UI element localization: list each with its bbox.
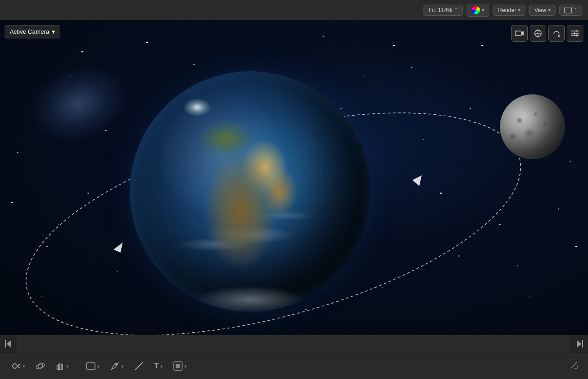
earth-sphere bbox=[130, 71, 371, 312]
svg-point-12 bbox=[440, 193, 442, 193]
svg-point-16 bbox=[117, 271, 118, 272]
timeline-track[interactable] bbox=[17, 335, 571, 353]
render-label: Render bbox=[498, 7, 516, 13]
moon-sphere bbox=[500, 94, 565, 159]
svg-point-19 bbox=[382, 287, 383, 288]
camera-view-button[interactable] bbox=[511, 25, 528, 42]
camera-dropdown[interactable]: Active Camera ▾ bbox=[5, 25, 60, 38]
svg-point-15 bbox=[46, 246, 48, 247]
resize-icon[interactable] bbox=[568, 359, 581, 373]
layout-icon bbox=[564, 7, 572, 13]
shape-chevron: ▾ bbox=[184, 364, 187, 369]
keyframe-chevron: ▾ bbox=[23, 364, 25, 369]
color-chevron: ▾ bbox=[482, 7, 484, 12]
svg-line-74 bbox=[571, 362, 577, 368]
svg-point-33 bbox=[535, 58, 536, 58]
viewport-controls bbox=[511, 25, 583, 42]
text-button[interactable]: T ▾ bbox=[151, 360, 166, 373]
svg-point-38 bbox=[392, 45, 395, 46]
timeline-strip bbox=[0, 335, 588, 353]
fit-zoom-button[interactable]: Fit: 114% ⌃ bbox=[424, 5, 463, 16]
fit-zoom-chevron: ⌃ bbox=[454, 7, 458, 12]
keyframe-button[interactable]: ▾ bbox=[7, 360, 29, 372]
svg-point-5 bbox=[411, 67, 412, 68]
svg-point-20 bbox=[458, 255, 460, 256]
render-chevron: ▾ bbox=[518, 7, 520, 12]
display-options-button[interactable] bbox=[567, 25, 583, 42]
top-toolbar: Fit: 114% ⌃ ▾ Render ▾ View ▾ ⌃ bbox=[0, 0, 588, 20]
svg-point-35 bbox=[305, 309, 306, 310]
pen-button[interactable]: ▾ bbox=[106, 359, 127, 373]
text-tool-label: T bbox=[154, 362, 159, 370]
camera-label: Active Camera bbox=[10, 28, 49, 35]
svg-point-14 bbox=[558, 208, 560, 209]
layout-chevron: ⌃ bbox=[574, 7, 577, 12]
viewport: Active Camera ▾ bbox=[0, 20, 588, 335]
fit-zoom-label: Fit: 114% bbox=[429, 7, 452, 13]
svg-point-8 bbox=[17, 152, 19, 152]
svg-marker-58 bbox=[6, 340, 11, 348]
svg-line-71 bbox=[135, 362, 143, 370]
svg-point-21 bbox=[529, 297, 530, 297]
svg-point-2 bbox=[146, 42, 148, 43]
shape-button[interactable]: ▾ bbox=[169, 359, 190, 373]
view-button[interactable]: View ▾ bbox=[529, 5, 556, 16]
svg-point-24 bbox=[340, 108, 341, 109]
view-label: View bbox=[534, 7, 546, 13]
svg-rect-67 bbox=[61, 364, 63, 370]
svg-rect-61 bbox=[582, 340, 583, 348]
svg-marker-60 bbox=[577, 340, 582, 348]
svg-point-40 bbox=[575, 246, 577, 248]
svg-point-42 bbox=[11, 202, 13, 204]
rect-chevron: ▾ bbox=[97, 364, 100, 369]
svg-point-9 bbox=[87, 193, 89, 193]
text-chevron: ▾ bbox=[160, 364, 163, 369]
svg-rect-59 bbox=[5, 340, 6, 348]
svg-point-1 bbox=[70, 76, 71, 77]
hand-button[interactable]: ▾ bbox=[52, 359, 72, 373]
hand-chevron: ▾ bbox=[66, 364, 69, 369]
color-profile-button[interactable]: ▾ bbox=[467, 4, 489, 17]
rectangle-button[interactable]: ▾ bbox=[82, 360, 103, 373]
svg-point-28 bbox=[58, 224, 59, 225]
planet-button[interactable] bbox=[32, 359, 49, 373]
svg-point-30 bbox=[193, 64, 195, 65]
camera-chevron: ▾ bbox=[52, 28, 55, 35]
svg-point-22 bbox=[105, 130, 107, 131]
svg-rect-46 bbox=[515, 31, 521, 36]
svg-point-25 bbox=[423, 139, 424, 140]
svg-point-36 bbox=[517, 265, 518, 266]
viewport-canvas[interactable] bbox=[0, 20, 588, 335]
orbit-control-button[interactable] bbox=[530, 25, 546, 42]
svg-point-4 bbox=[322, 36, 324, 37]
color-swatch bbox=[472, 6, 480, 14]
svg-point-32 bbox=[469, 108, 471, 109]
svg-point-23 bbox=[246, 58, 247, 59]
pen-chevron: ▾ bbox=[121, 364, 124, 369]
svg-point-6 bbox=[481, 45, 483, 46]
rotate-button[interactable] bbox=[548, 25, 565, 42]
svg-point-34 bbox=[40, 297, 42, 298]
svg-point-27 bbox=[569, 162, 571, 162]
svg-point-39 bbox=[81, 51, 83, 53]
svg-rect-68 bbox=[87, 363, 95, 369]
render-button[interactable]: Render ▾ bbox=[493, 5, 525, 16]
view-chevron: ▾ bbox=[548, 7, 550, 12]
timeline-start-button[interactable] bbox=[0, 335, 17, 353]
svg-point-26 bbox=[499, 224, 501, 225]
line-button[interactable] bbox=[130, 359, 148, 373]
bottom-toolbar: ▾ ▾ ▾ ▾ bbox=[0, 353, 588, 379]
separator-1 bbox=[77, 360, 77, 373]
timeline-end-button[interactable] bbox=[571, 335, 588, 353]
svg-rect-73 bbox=[176, 364, 180, 368]
svg-point-31 bbox=[364, 76, 365, 77]
layout-button[interactable]: ⌃ bbox=[559, 5, 582, 16]
